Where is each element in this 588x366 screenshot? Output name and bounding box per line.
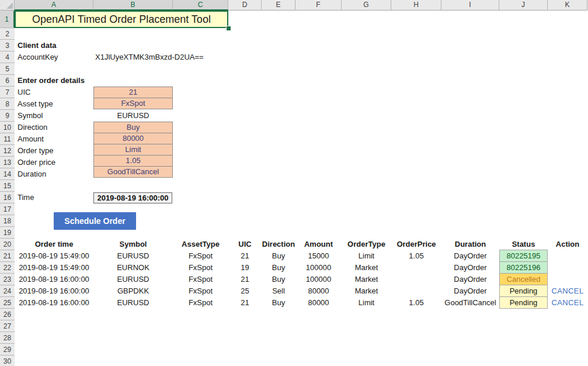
table-row: 2019-08-19 16:00:00 GBPDKK FxSpot 25 Sel… (0, 285, 588, 297)
cell-order-time: 2019-08-19 15:49:00 (15, 262, 93, 274)
cell-asset-type: FxSpot (173, 250, 228, 262)
cell-direction: Buy (262, 297, 295, 309)
cell-duration: GoodTillCancel (441, 297, 499, 309)
column-header-C[interactable]: C (173, 0, 228, 11)
cell-direction: Sell (262, 285, 295, 297)
row-header-29[interactable]: 29 (0, 344, 15, 355)
row-header-3[interactable]: 3 (0, 40, 15, 51)
row-header-10[interactable]: 10 (0, 122, 15, 133)
cell-direction: Buy (262, 274, 295, 285)
cell-amount: 100000 (295, 262, 342, 274)
row-header-12[interactable]: 12 (0, 145, 15, 157)
order-input-group-bottom: Buy 80000 Limit 1.05 GoodTillCancel (93, 122, 173, 178)
symbol-label: Symbol (18, 110, 43, 122)
schedule-order-button[interactable]: Schedule Order (54, 212, 136, 230)
row-header-11[interactable]: 11 (0, 133, 15, 145)
row-header-28[interactable]: 28 (0, 332, 15, 344)
table-row: 2019-08-19 16:00:00 EURUSD FxSpot 21 Buy… (0, 297, 588, 309)
row-header-19[interactable]: 19 (0, 227, 15, 239)
row-header-5[interactable]: 5 (0, 63, 15, 75)
cell-order-time: 2019-08-19 16:00:00 (15, 297, 93, 309)
amount-label: Amount (18, 133, 44, 145)
direction-input[interactable]: Buy (93, 122, 173, 133)
column-header-J[interactable]: J (499, 0, 548, 11)
cell-uic: 21 (228, 297, 262, 309)
header-symbol: Symbol (93, 239, 173, 250)
column-header-F[interactable]: F (295, 0, 342, 11)
direction-label: Direction (18, 122, 47, 133)
status-badge: Cancelled (499, 273, 548, 285)
row-header-16[interactable]: 16 (0, 192, 15, 203)
cell-order-type: Market (342, 262, 391, 274)
cancel-order-link[interactable]: CANCEL (548, 297, 587, 309)
asset-type-label: Asset type (18, 98, 53, 110)
cell-order-type: Market (342, 285, 391, 297)
row-header-7[interactable]: 7 (0, 87, 15, 98)
cell-order-type: Limit (342, 297, 391, 309)
column-header-H[interactable]: H (391, 0, 441, 11)
column-header-D[interactable]: D (228, 0, 262, 11)
status-badge: Pending (499, 285, 548, 297)
row-header-8[interactable]: 8 (0, 98, 15, 110)
cell-symbol: EURUSD (93, 250, 173, 262)
cell-symbol: EURUSD (93, 274, 173, 285)
uic-input[interactable]: 21 (93, 87, 173, 98)
cancel-order-link[interactable]: CANCEL (548, 285, 587, 297)
cell-direction: Buy (262, 250, 295, 262)
duration-input[interactable]: GoodTillCancel (93, 166, 173, 178)
duration-label: Duration (18, 168, 46, 180)
cell-uic: 25 (228, 285, 262, 297)
selection-fill-handle[interactable] (226, 26, 231, 31)
row-header-2[interactable]: 2 (0, 28, 15, 40)
row-header-4[interactable]: 4 (0, 51, 15, 63)
row-header-13[interactable]: 13 (0, 157, 15, 168)
table-row: 2019-08-19 15:49:00 EURUSD FxSpot 21 Buy… (0, 250, 588, 262)
asset-type-input[interactable]: FxSpot (93, 98, 173, 109)
row-header-9[interactable]: 9 (0, 110, 15, 122)
header-asset-type: AssetType (173, 239, 228, 250)
cell-asset-type: FxSpot (173, 285, 228, 297)
row-header-30[interactable]: 30 (0, 355, 15, 366)
row-header-1[interactable]: 1 (0, 11, 15, 28)
account-key-label: AccountKey (18, 51, 58, 63)
row-header-18[interactable]: 18 (0, 215, 15, 227)
column-header-K[interactable]: K (548, 0, 587, 11)
header-uic: UIC (228, 239, 262, 250)
row-header-27[interactable]: 27 (0, 320, 15, 332)
status-badge: 80225196 (499, 261, 548, 274)
row-header-17[interactable]: 17 (0, 203, 15, 215)
column-header-G[interactable]: G (342, 0, 391, 11)
header-order-type: OrderType (342, 239, 391, 250)
row-header-14[interactable]: 14 (0, 168, 15, 180)
row-header-6[interactable]: 6 (0, 75, 15, 87)
order-details-section-label: Enter order details (18, 75, 85, 87)
header-amount: Amount (295, 239, 342, 250)
cell-duration: DayOrder (441, 285, 499, 297)
header-status: Status (499, 239, 548, 250)
cell-amount: 80000 (295, 285, 342, 297)
cell-symbol: EURNOK (93, 262, 173, 274)
cell-order-time: 2019-08-19 16:00:00 (15, 274, 93, 285)
cell-asset-type: FxSpot (173, 262, 228, 274)
cell-uic: 21 (228, 250, 262, 262)
cell-order-price (391, 274, 441, 285)
column-header-B[interactable]: B (93, 0, 173, 11)
cell-asset-type: FxSpot (173, 297, 228, 309)
cell-amount: 100000 (295, 274, 342, 285)
row-header-26[interactable]: 26 (0, 309, 15, 320)
cell-duration: DayOrder (441, 250, 499, 262)
column-header-E[interactable]: E (262, 0, 295, 11)
cell-order-type: Limit (342, 250, 391, 262)
column-header-A[interactable]: A (15, 0, 93, 11)
amount-input[interactable]: 80000 (93, 133, 173, 144)
row-header-15[interactable]: 15 (0, 180, 15, 192)
order-type-input[interactable]: Limit (93, 144, 173, 156)
order-price-label: Order price (18, 157, 55, 168)
table-row: 2019-08-19 16:00:00 EURUSD FxSpot 21 Buy… (0, 274, 588, 285)
select-all-corner[interactable] (0, 0, 15, 11)
time-input[interactable]: 2019-08-19 16:00:00 (93, 192, 172, 203)
order-price-input[interactable]: 1.05 (93, 155, 173, 167)
title-cell[interactable]: OpenAPI Timed Order Placement Tool (15, 11, 228, 28)
column-header-I[interactable]: I (441, 0, 499, 11)
header-direction: Direction (262, 239, 295, 250)
